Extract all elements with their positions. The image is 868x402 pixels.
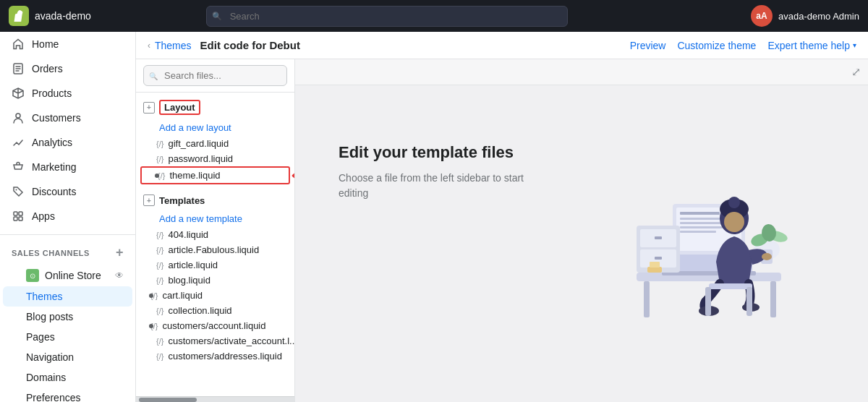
file-item-customers-activate[interactable]: {/} customers/activate_account.l... <box>136 333 294 348</box>
sidebar-item-analytics[interactable]: Analytics <box>0 130 135 155</box>
svg-rect-24 <box>655 257 662 260</box>
themes-label: Themes <box>26 291 63 302</box>
file-panel: + Layout Add a new layout {/} gift_card.… <box>136 59 295 402</box>
pages-label: Pages <box>26 331 55 343</box>
store-name: avada-demo <box>35 10 91 22</box>
file-name: gift_card.liquid <box>168 138 229 149</box>
global-search-input[interactable] <box>206 6 568 27</box>
sidebar-item-home[interactable]: Home <box>0 32 135 56</box>
svg-rect-38 <box>705 287 711 316</box>
breadcrumb-actions: Preview Customize theme Expert theme hel… <box>630 40 856 51</box>
online-store-label: Online Store <box>45 270 101 281</box>
sidebar-item-orders[interactable]: Orders <box>0 56 135 81</box>
sidebar-label-apps: Apps <box>32 210 55 222</box>
file-item-gift-card[interactable]: {/} gift_card.liquid <box>136 136 294 151</box>
svg-rect-15 <box>680 212 720 215</box>
file-search-input[interactable] <box>143 65 287 86</box>
expert-theme-help-dropdown[interactable]: Expert theme help ▾ <box>767 40 856 51</box>
top-navigation: avada-demo aA avada-demo Admin <box>0 0 868 32</box>
file-item-404[interactable]: {/} 404.liquid <box>136 227 294 242</box>
file-item-article[interactable]: {/} article.liquid <box>136 257 294 273</box>
liquid-file-icon: {/} <box>156 276 163 285</box>
file-name: blog.liquid <box>168 275 210 286</box>
sidebar-item-domains[interactable]: Domains <box>0 367 135 388</box>
svg-rect-17 <box>680 222 727 224</box>
svg-rect-10 <box>770 281 776 317</box>
svg-rect-41 <box>650 262 660 268</box>
breadcrumb-bar: ‹ Themes Edit code for Debut Preview Cus… <box>136 32 868 59</box>
breadcrumb: ‹ Themes Edit code for Debut <box>148 39 300 51</box>
file-name: password.liquid <box>168 153 233 164</box>
svg-point-32 <box>728 197 740 208</box>
sidebar-item-navigation[interactable]: Navigation <box>0 347 135 367</box>
liquid-file-icon: {/} <box>156 337 163 346</box>
sidebar-item-apps[interactable]: Apps <box>0 204 135 228</box>
file-name: customers/activate_account.l... <box>168 335 294 346</box>
online-store-icon: ⊙ <box>26 269 39 282</box>
modified-dot <box>149 324 153 328</box>
domains-label: Domains <box>26 372 66 383</box>
file-item-article-fabulous[interactable]: {/} article.Fabulous.liquid <box>136 242 294 257</box>
file-item-collection[interactable]: {/} collection.liquid <box>136 303 294 318</box>
sidebar-item-discounts[interactable]: Discounts <box>0 179 135 204</box>
file-item-customers-addresses[interactable]: {/} customers/addresses.liquid <box>136 348 294 364</box>
editor-title: Edit your template files <box>339 143 514 162</box>
svg-rect-22 <box>655 236 662 239</box>
preview-link[interactable]: Preview <box>630 40 666 51</box>
file-name: customers/account.liquid <box>162 320 265 331</box>
liquid-file-icon: {/} <box>156 352 163 361</box>
templates-section-expand-icon[interactable]: + <box>143 194 155 206</box>
apps-icon <box>12 210 25 223</box>
liquid-file-icon: {/} <box>156 231 163 239</box>
store-logo-area[interactable]: avada-demo <box>9 6 110 26</box>
sidebar-item-preferences[interactable]: Preferences <box>0 388 135 402</box>
file-item-theme-liquid[interactable]: {/} theme.liquid <box>140 166 290 184</box>
scroll-thumb[interactable] <box>139 398 197 402</box>
top-search-area <box>206 6 568 27</box>
svg-point-2 <box>16 189 17 191</box>
add-new-layout-link[interactable]: Add a new layout <box>136 119 294 136</box>
svg-rect-4 <box>19 212 22 215</box>
svg-rect-39 <box>746 287 752 316</box>
layout-section-expand-icon[interactable]: + <box>143 102 155 114</box>
sidebar-item-blog-posts[interactable]: Blog posts <box>0 307 135 327</box>
content-area: ‹ Themes Edit code for Debut Preview Cus… <box>136 32 868 402</box>
sidebar-item-pages[interactable]: Pages <box>0 327 135 347</box>
admin-name: avada-demo Admin <box>778 11 859 22</box>
file-item-customers-account[interactable]: {/} customers/account.liquid <box>136 318 294 333</box>
liquid-file-icon: {/} <box>156 246 163 255</box>
file-list: + Layout Add a new layout {/} gift_card.… <box>136 93 294 396</box>
modified-dot <box>155 174 159 178</box>
file-item-password[interactable]: {/} password.liquid <box>136 151 294 166</box>
sidebar-item-marketing[interactable]: Marketing <box>0 155 135 179</box>
breadcrumb-parent[interactable]: Themes <box>155 40 192 51</box>
top-nav-right: aA avada-demo Admin <box>751 5 859 27</box>
file-item-blog[interactable]: {/} blog.liquid <box>136 273 294 288</box>
svg-rect-3 <box>14 212 17 215</box>
editor-empty-state: Edit your template files Choose a file f… <box>295 85 868 402</box>
file-item-cart[interactable]: {/} cart.liquid <box>136 288 294 303</box>
sidebar-item-products[interactable]: Products <box>0 81 135 106</box>
sidebar-item-online-store[interactable]: ⊙ Online Store 👁 <box>0 265 135 286</box>
liquid-file-icon: {/} <box>156 307 163 315</box>
sidebar-label-discounts: Discounts <box>32 186 76 197</box>
sidebar-label-customers: Customers <box>32 112 81 124</box>
avatar[interactable]: aA <box>751 5 773 27</box>
customize-theme-link[interactable]: Customize theme <box>677 40 756 51</box>
add-new-template-link[interactable]: Add a new template <box>136 210 294 227</box>
svg-rect-37 <box>709 283 752 289</box>
svg-rect-40 <box>647 267 662 273</box>
products-icon <box>12 87 25 100</box>
sidebar-item-themes[interactable]: Themes <box>3 286 132 307</box>
svg-point-1 <box>16 114 20 118</box>
navigation-label: Navigation <box>26 351 74 363</box>
online-store-eye-icon: 👁 <box>115 270 124 281</box>
layout-section-label: Layout <box>159 100 200 115</box>
sidebar-item-customers[interactable]: Customers <box>0 106 135 130</box>
file-panel-scrollbar[interactable] <box>136 396 294 402</box>
add-sales-channel-button[interactable]: + <box>116 245 124 260</box>
breadcrumb-current: Edit code for Debut <box>200 39 300 51</box>
blog-posts-label: Blog posts <box>26 311 73 322</box>
liquid-file-icon: {/} <box>156 155 163 163</box>
expand-editor-button[interactable]: ⤢ <box>851 65 861 79</box>
